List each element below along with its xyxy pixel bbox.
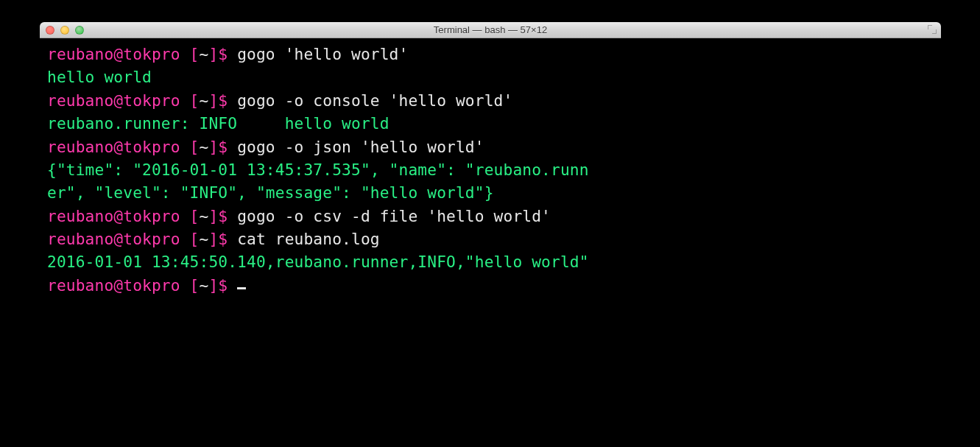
prompt-path: ~ [200,45,209,63]
prompt-at: @ [113,276,123,295]
titlebar[interactable]: Terminal — bash — 57×12 [40,22,941,38]
prompt-bracket-open: [ [180,45,200,63]
command-text: cat reubano.log [237,230,380,248]
command-text: gogo -o json 'hello world' [237,138,484,156]
prompt-bracket-open: [ [180,138,200,156]
prompt-symbol: $ [218,230,237,248]
prompt-host: tokpro [123,45,180,63]
prompt-path: ~ [200,230,209,248]
prompt-at: @ [113,207,123,225]
prompt-bracket-close: ] [208,45,218,63]
cursor-icon [237,287,246,289]
prompt-path: ~ [200,91,209,110]
close-icon[interactable] [46,26,54,35]
command-text: gogo -o csv -d file 'hello world' [237,207,551,225]
output-text: 2016-01-01 13:45:50.140,reubano.runner,I… [47,253,589,271]
prompt-host: tokpro [123,207,180,225]
command-text: gogo 'hello world' [237,45,408,63]
prompt-symbol: $ [218,91,237,110]
command-text: gogo -o console 'hello world' [237,91,512,110]
prompt-symbol: $ [218,276,237,295]
prompt-at: @ [113,230,123,248]
window-title: Terminal — bash — 57×12 [434,24,547,35]
prompt-symbol: $ [218,138,237,156]
output-text: reubano.runner: INFO hello world [47,114,389,133]
prompt-user: reubano [47,230,113,248]
prompt-bracket-close: ] [208,91,218,110]
fullscreen-icon[interactable] [928,25,937,34]
terminal-window: Terminal — bash — 57×12 reubano@tokpro [… [40,22,941,356]
traffic-lights [46,26,84,35]
output-text: er", "level": "INFO", "message": "hello … [47,183,494,202]
prompt-bracket-open: [ [180,207,200,225]
prompt-bracket-close: ] [208,276,218,295]
prompt-bracket-open: [ [180,276,200,295]
prompt-bracket-close: ] [208,230,218,248]
output-text: {"time": "2016-01-01 13:45:37.535", "nam… [47,161,589,179]
prompt-at: @ [113,45,123,63]
prompt-user: reubano [47,91,113,110]
prompt-host: tokpro [123,91,180,110]
prompt-user: reubano [47,45,113,63]
prompt-path: ~ [200,207,209,225]
prompt-symbol: $ [218,207,237,225]
prompt-user: reubano [47,276,113,295]
zoom-icon[interactable] [75,26,84,35]
prompt-at: @ [113,91,123,110]
prompt-bracket-open: [ [180,91,200,110]
output-text: hello world [47,68,152,86]
prompt-host: tokpro [123,230,180,248]
prompt-bracket-open: [ [180,230,200,248]
prompt-user: reubano [47,207,113,225]
prompt-path: ~ [200,276,209,295]
terminal-body[interactable]: reubano@tokpro [~]$ gogo 'hello world' h… [40,38,941,356]
prompt-host: tokpro [123,276,180,295]
minimize-icon[interactable] [60,26,69,35]
prompt-at: @ [113,138,123,156]
prompt-bracket-close: ] [208,207,218,225]
prompt-host: tokpro [123,138,180,156]
prompt-symbol: $ [218,45,237,63]
prompt-bracket-close: ] [208,138,218,156]
prompt-user: reubano [47,138,113,156]
prompt-path: ~ [200,138,209,156]
